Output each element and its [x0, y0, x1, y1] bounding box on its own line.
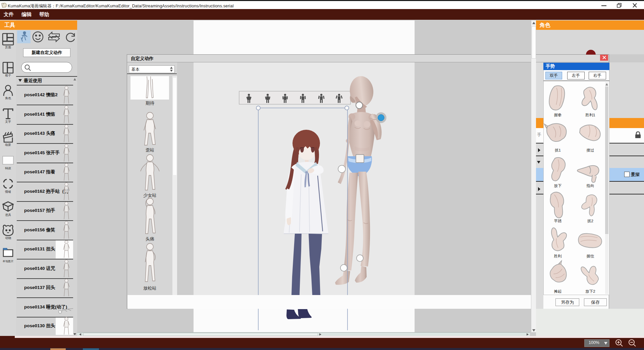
svg-text:少女站: 少女站	[144, 193, 157, 198]
svg-text:角色: 角色	[5, 97, 11, 100]
svg-text:抓2: 抓2	[587, 219, 593, 223]
svg-text:特效: 特效	[5, 167, 11, 170]
svg-text:文字: 文字	[5, 120, 11, 123]
svg-text:抓1: 抓1	[555, 148, 561, 152]
svg-text:页面: 页面	[5, 46, 11, 49]
svg-text:放松站: 放松站	[144, 286, 157, 291]
svg-text:道具: 道具	[5, 213, 11, 217]
svg-text:情绪: 情绪	[5, 190, 11, 193]
svg-text:握住: 握住	[587, 254, 595, 258]
svg-text:平踏: 平踏	[554, 219, 562, 223]
svg-text:放下: 放下	[554, 184, 562, 188]
svg-text:格子: 格子	[5, 74, 11, 77]
svg-text:场景: 场景	[5, 143, 11, 147]
svg-text:动物: 动物	[5, 236, 11, 240]
svg-text:歪站: 歪站	[146, 148, 154, 153]
svg-text:期待: 期待	[146, 101, 154, 106]
svg-text:胜利: 胜利	[554, 254, 562, 258]
svg-text:头痛: 头痛	[146, 236, 154, 241]
svg-text:摊起: 摊起	[554, 289, 562, 293]
svg-text:手: 手	[537, 132, 541, 137]
svg-text:胜利1: 胜利1	[585, 113, 595, 117]
svg-text:指向: 指向	[586, 184, 594, 188]
svg-text:放下2: 放下2	[585, 289, 595, 293]
svg-text:本地图片: 本地图片	[2, 260, 13, 263]
svg-text:握拳: 握拳	[554, 113, 562, 117]
svg-text:接过: 接过	[587, 148, 594, 152]
